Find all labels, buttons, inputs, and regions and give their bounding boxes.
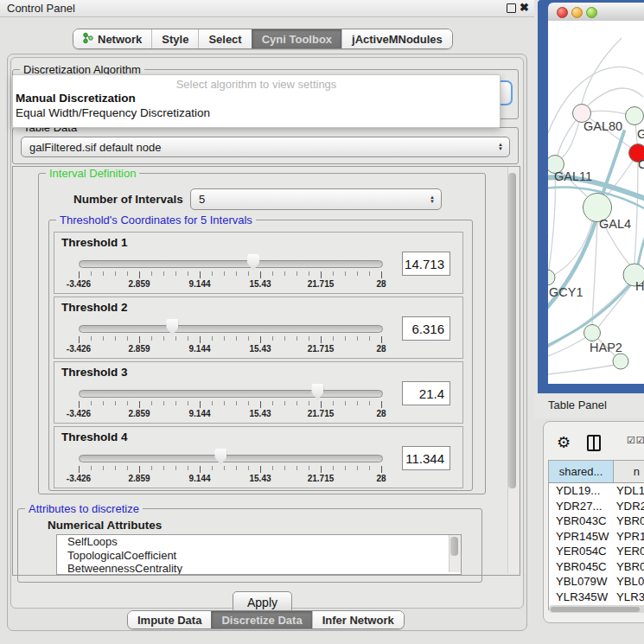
cell[interactable]: YDL1 (613, 483, 644, 499)
tick-label: 15.43 (249, 409, 271, 418)
vertical-scrollbar-thumb[interactable] (508, 173, 516, 488)
tab-impute-data[interactable]: Impute Data (128, 611, 211, 628)
slider-major-ticks (79, 401, 382, 408)
attributes-list-scrollbar-thumb[interactable] (450, 537, 458, 556)
attribute-item-betweennesscentrality[interactable]: BetweennessCentrality (57, 562, 461, 575)
threshold-4-value[interactable]: 11.344 (402, 446, 450, 470)
tick-label: -3.426 (67, 474, 91, 483)
network-node-label-hap2: HAP2 (590, 341, 622, 354)
interval-definition-title: Interval Definition (46, 167, 139, 180)
threshold-1-slider-track[interactable] (79, 260, 383, 268)
select-columns-checkboxes-icon[interactable]: ☑☑ (627, 435, 644, 446)
threshold-3-slider-handle[interactable] (311, 384, 323, 400)
threshold-4-slider-handle[interactable] (214, 449, 226, 465)
threshold-2-card: Threshold 2 -3.426 2.859 9.144 15.43 21.… (54, 296, 463, 359)
column-header-name[interactable]: n (614, 461, 644, 482)
tick-label: 9.144 (188, 409, 210, 418)
close-icon[interactable]: ✖ (520, 1, 529, 14)
tick-label: -3.426 (67, 279, 91, 289)
tab-network[interactable]: Network (73, 29, 151, 48)
threshold-3-value[interactable]: 21.4 (402, 381, 450, 405)
table-row[interactable]: YDL19...YDL1 (549, 483, 644, 499)
cell[interactable]: YPR145W (549, 529, 613, 545)
minimize-traffic-light[interactable] (571, 7, 583, 18)
cell[interactable]: YBR045C (549, 559, 613, 575)
table-row[interactable]: YLR345WYLR3 (549, 590, 644, 605)
cell[interactable]: YLR345W (549, 590, 613, 605)
threshold-3-slider-track[interactable] (79, 390, 383, 398)
tick-label: 15.43 (249, 279, 271, 289)
algorithm-option-manual[interactable]: Manual Discretization (13, 91, 500, 105)
control-panel-tabbar: Network Style Select Cyni Toolbox jActiv… (73, 29, 453, 49)
network-graph: GAL80GCGAL11GAL4GCY1HHAP2 (548, 21, 644, 384)
tab-jactivemnodules[interactable]: jActiveMNodules (341, 29, 452, 48)
threshold-2-value[interactable]: 6.316 (402, 316, 450, 341)
cell[interactable]: YPR1 (613, 529, 644, 545)
number-of-intervals-combo[interactable]: 5 ▲▼ (190, 188, 442, 210)
zoom-traffic-light[interactable] (586, 7, 597, 18)
network-node-gcy1[interactable] (548, 270, 555, 285)
tick-label: 15.43 (249, 344, 271, 354)
table-row[interactable]: YPR145WYPR1 (549, 529, 644, 545)
network-node-label-gcy1: GCY1 (549, 285, 583, 299)
tick-label: 9.144 (188, 474, 210, 483)
tick-label: -3.426 (67, 344, 91, 354)
tick-label: 28 (376, 409, 386, 418)
float-window-icon[interactable] (507, 3, 516, 13)
attributes-listbox[interactable]: SelfLoops TopologicalCoefficient Between… (56, 534, 462, 575)
algorithm-option-equal-width[interactable]: Equal Width/Frequency Discretization (13, 105, 500, 120)
network-node-label-c: C (638, 157, 644, 171)
cell[interactable]: YBR043C (549, 513, 613, 529)
cell[interactable]: YLR3 (613, 590, 644, 605)
threshold-2-slider-handle[interactable] (166, 319, 178, 335)
tab-cyni-toolbox[interactable]: Cyni Toolbox (252, 29, 341, 48)
table-row[interactable]: YER054CYER0 (549, 544, 644, 559)
columns-icon[interactable] (587, 435, 601, 451)
tick-label: 9.144 (188, 344, 210, 354)
cell[interactable]: YER0 (613, 544, 644, 559)
table-row[interactable]: YBR043CYBR0 (549, 513, 644, 529)
tab-style[interactable]: Style (151, 29, 198, 48)
table-row[interactable]: YDR27...YDR2 (549, 499, 644, 514)
tab-infer-network[interactable]: Infer Network (312, 611, 404, 628)
cell[interactable]: YDR2 (613, 499, 644, 514)
network-canvas[interactable]: GAL80GCGAL11GAL4GCY1HHAP2 (548, 21, 644, 384)
table-horizontal-scrollbar-thumb[interactable] (551, 607, 640, 612)
tick-label: 2.859 (128, 474, 150, 483)
tab-select-label: Select (208, 33, 241, 46)
slider-major-ticks (79, 336, 382, 343)
cell[interactable]: YDL19... (549, 483, 613, 499)
slider-major-ticks (79, 466, 382, 473)
node-table[interactable]: shared... n YDL19...YDL1 YDR27...YDR2 YB… (548, 460, 644, 610)
cell[interactable]: YDR27... (549, 499, 613, 514)
tab-infer-network-label: Infer Network (322, 614, 394, 627)
network-node-g[interactable] (626, 107, 644, 125)
cell[interactable]: YBL0 (613, 574, 644, 590)
attribute-item-selfloops[interactable]: SelfLoops (57, 535, 461, 549)
close-traffic-light[interactable] (557, 7, 568, 18)
cell[interactable]: YBL079W (549, 574, 613, 590)
threshold-3-card: Threshold 3 -3.426 2.859 9.144 15.43 21.… (54, 361, 463, 424)
tab-network-label: Network (98, 33, 142, 46)
spinner-arrows-icon: ▲▼ (498, 143, 503, 151)
tab-discretize-data[interactable]: Discretize Data (211, 611, 311, 628)
table-row[interactable]: YBL079WYBL0 (549, 574, 644, 590)
attribute-item-topologicalcoefficient[interactable]: TopologicalCoefficient (57, 549, 461, 563)
threshold-4-slider-track[interactable] (79, 455, 383, 462)
network-window-titlebar (548, 3, 644, 22)
cell[interactable]: YER054C (549, 544, 613, 559)
network-node[interactable] (613, 354, 628, 369)
tab-select[interactable]: Select (198, 29, 251, 48)
cell[interactable]: YBR0 (613, 559, 644, 575)
gear-icon[interactable]: ⚙ (557, 433, 571, 452)
threshold-2-slider-track[interactable] (79, 325, 383, 333)
network-node-hap2[interactable] (584, 325, 601, 341)
thresholds-group-title: Threshold's Coordinates for 5 Intervals (56, 214, 256, 226)
column-header-shared-name[interactable]: shared... (549, 461, 614, 482)
cell[interactable]: YBR0 (613, 513, 644, 529)
table-row[interactable]: YBR045CYBR0 (549, 559, 644, 575)
threshold-1-value[interactable]: 14.713 (402, 252, 450, 276)
threshold-1-slider-handle[interactable] (247, 254, 259, 271)
table-data-combo[interactable]: galFiltered.sif default node ▲▼ (21, 137, 510, 157)
table-data-combo-value: galFiltered.sif default node (29, 141, 161, 154)
